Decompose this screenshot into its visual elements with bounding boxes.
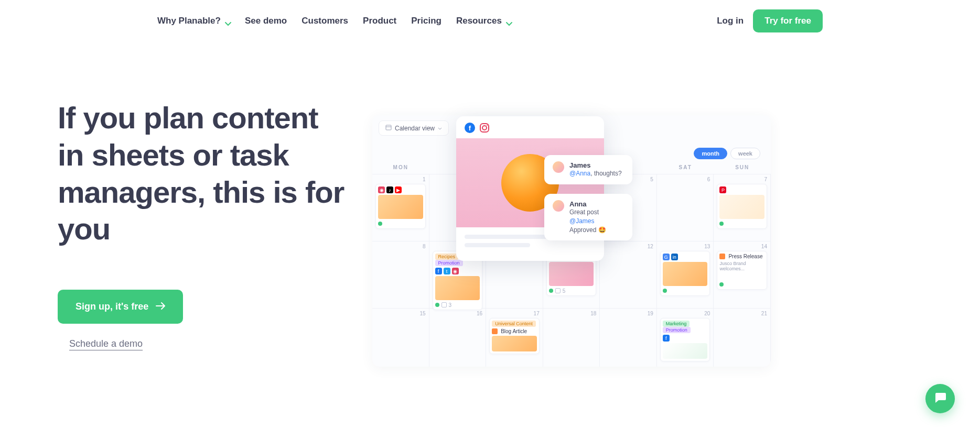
day-number: 5	[650, 177, 653, 182]
top-nav: Why Planable? See demo Customers Product…	[0, 0, 980, 42]
comment-text: Great post @JamesApproved 🤩	[569, 208, 624, 234]
calendar-cell[interactable]: 17 Universal Content Blog Article	[486, 309, 543, 367]
calendar-cell[interactable]: 1 ◉ ♪ ▶	[372, 174, 429, 241]
facebook-icon: f	[663, 335, 670, 342]
comment-text: @Anna, thoughts?	[569, 169, 622, 178]
avatar	[553, 161, 564, 173]
status-dot	[719, 282, 724, 287]
chevron-down-icon	[506, 18, 511, 24]
chat-icon	[933, 391, 947, 406]
view-label: Calendar view	[395, 125, 435, 132]
linkedin-icon: in	[671, 254, 678, 260]
day-number: 12	[648, 244, 653, 249]
tiktok-icon: ♪	[386, 186, 393, 193]
comment-count: 3	[449, 302, 452, 308]
tag-universal: Universal Content	[492, 321, 536, 327]
comment-author: Anna	[569, 200, 624, 208]
day-header: SAT	[657, 164, 714, 170]
post-thumbnail	[663, 343, 708, 359]
calendar-cell[interactable]: 15	[372, 309, 429, 367]
tag-recipes: Recipes	[435, 254, 459, 260]
post-thumbnail	[663, 262, 708, 286]
avatar	[553, 200, 564, 212]
calendar-cell[interactable]: 7 P	[714, 174, 771, 241]
svg-point-5	[487, 125, 488, 126]
svg-text:f: f	[469, 124, 471, 132]
google-icon: G	[663, 254, 670, 260]
comment-bubble: James @Anna, thoughts?	[544, 155, 632, 184]
nav-product[interactable]: Product	[363, 16, 396, 26]
signup-button[interactable]: Sign up, it's free	[58, 290, 183, 324]
comment-author: James	[569, 161, 622, 169]
document-icon	[719, 254, 725, 259]
day-number: 17	[534, 311, 540, 316]
instagram-icon: ◉	[452, 268, 459, 274]
day-number: 8	[423, 244, 426, 249]
post-card[interactable]: G in	[660, 251, 710, 296]
post-thumbnail	[549, 262, 594, 286]
nav-resources[interactable]: Resources	[456, 16, 511, 26]
calendar-view-selector[interactable]: Calendar view	[379, 120, 449, 136]
day-number: 13	[704, 244, 710, 249]
toggle-week[interactable]: week	[730, 148, 760, 159]
day-number: 21	[761, 311, 767, 316]
day-number: 1	[423, 177, 426, 182]
day-number: 7	[764, 177, 767, 182]
chat-widget-button[interactable]	[925, 384, 955, 413]
hero-actions: Sign up, it's free Schedule a demo	[58, 290, 351, 349]
calendar-cell[interactable]: 12	[600, 241, 657, 309]
nav-item-label: Why Planable?	[157, 16, 221, 26]
nav-pricing[interactable]: Pricing	[411, 16, 441, 26]
nav-customers[interactable]: Customers	[301, 16, 348, 26]
schedule-demo-link[interactable]: Schedule a demo	[69, 338, 351, 349]
calendar-cell[interactable]: 14 Press Release Jusco Brand welcomes...	[714, 241, 771, 309]
pinterest-icon: P	[719, 186, 726, 193]
mention: @Anna	[569, 170, 590, 177]
day-header: SUN	[714, 164, 771, 170]
post-card[interactable]: Press Release Jusco Brand welcomes...	[717, 251, 767, 290]
try-for-free-button[interactable]: Try for free	[753, 9, 823, 32]
comment-count: 5	[563, 288, 566, 294]
svg-point-4	[482, 126, 487, 130]
card-subtext: Jusco Brand welcomes...	[719, 261, 764, 271]
calendar-cell[interactable]: 8	[372, 241, 429, 309]
view-toggle-group: month week	[694, 148, 760, 159]
day-number: 6	[707, 177, 710, 182]
twitter-icon: t	[444, 268, 450, 274]
calendar-cell[interactable]: 6	[657, 174, 714, 241]
login-link[interactable]: Log in	[717, 16, 744, 26]
instagram-icon: ◉	[378, 186, 385, 193]
post-card[interactable]: P	[717, 184, 767, 229]
youtube-icon: ▶	[395, 186, 402, 193]
status-dot	[378, 222, 382, 226]
day-number: 15	[419, 311, 425, 316]
status-dot	[549, 289, 553, 293]
calendar-cell[interactable]: 13 G in	[657, 241, 714, 309]
chevron-down-icon	[225, 18, 230, 24]
comment-icon	[555, 288, 561, 293]
nav-links: Why Planable? See demo Customers Product…	[157, 16, 511, 26]
hero-title: If you plan content in sheets or task ma…	[58, 100, 351, 248]
calendar-cell[interactable]: 19	[600, 309, 657, 367]
signup-label: Sign up, it's free	[76, 301, 148, 312]
day-number: 18	[590, 311, 596, 316]
nav-item-label: Resources	[456, 16, 502, 26]
facebook-icon: f	[435, 268, 442, 274]
tag-marketing: Marketing	[663, 321, 690, 327]
card-label: Blog Article	[501, 328, 527, 334]
day-header: MON	[372, 164, 429, 170]
toggle-month[interactable]: month	[694, 148, 727, 159]
calendar-cell[interactable]: 16	[429, 309, 487, 367]
post-card[interactable]: ◉ ♪ ▶	[375, 184, 426, 229]
calendar-icon	[385, 124, 392, 132]
post-card[interactable]: Universal Content Blog Article	[489, 318, 540, 354]
post-thumbnail	[719, 195, 764, 219]
calendar-cell[interactable]: 21	[714, 309, 771, 367]
calendar-cell[interactable]: 20 MarketingPromotion f	[657, 309, 714, 367]
calendar-cell[interactable]: 18	[543, 309, 600, 367]
nav-why-planable[interactable]: Why Planable?	[157, 16, 230, 26]
nav-see-demo[interactable]: See demo	[245, 16, 287, 26]
arrow-right-icon	[156, 301, 165, 312]
post-card[interactable]: MarketingPromotion f	[660, 318, 710, 361]
status-dot	[719, 222, 724, 226]
